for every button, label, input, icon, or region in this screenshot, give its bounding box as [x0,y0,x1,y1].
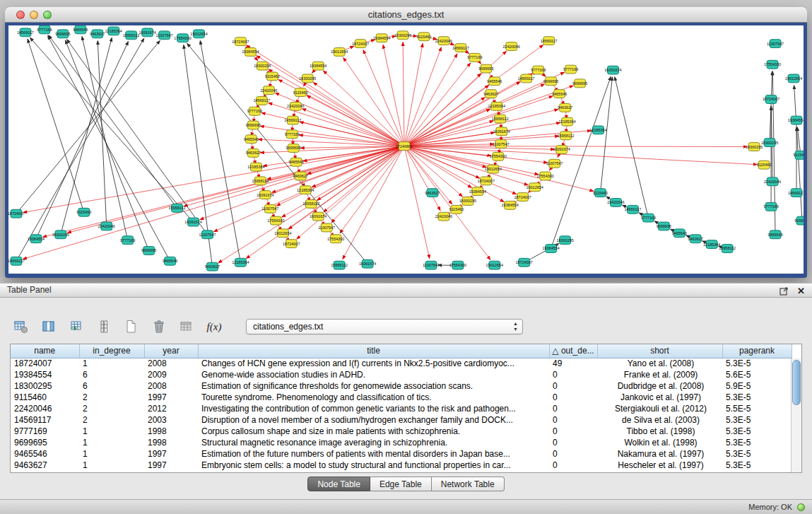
cell-name[interactable]: 9699695 [11,437,79,448]
cell-year[interactable]: 2012 [144,403,198,414]
minimize-button[interactable] [30,11,38,19]
graph-node[interactable]: 14569117 [452,44,469,52]
graph-node[interactable]: 9465546 [244,135,259,144]
graph-node[interactable]: 9463627 [483,90,498,98]
graph-node[interactable]: 9463627 [246,149,261,158]
cell-in_degree[interactable]: 1 [79,460,144,471]
graph-node[interactable]: 11007547 [493,140,510,148]
cell-year[interactable]: 2009 [144,369,198,380]
graph-edge[interactable] [601,77,613,193]
graph-node[interactable]: 9463627 [205,262,220,271]
cell-year[interactable]: 2008 [144,358,198,369]
network-canvas[interactable]: 1724080118724007193845541830029591154602… [8,25,804,274]
graph-node[interactable]: 9465546 [487,77,502,86]
graph-node[interactable]: 18724007 [763,95,779,104]
graph-node[interactable]: 9777169 [531,66,546,74]
graph-node[interactable]: 18300295 [556,236,573,245]
graph-edge[interactable] [257,56,404,146]
graph-edge[interactable] [49,35,177,208]
cell-year[interactable]: 2003 [144,414,198,426]
graph-edge[interactable] [403,42,404,146]
graph-node[interactable]: 19012654 [526,183,543,192]
table-row[interactable]: 977716911998Corpus callosum shape and si… [11,426,792,437]
graph-node[interactable]: 22420046 [435,212,452,221]
graph-node[interactable]: 14569117 [284,116,301,124]
column-header-in_degree[interactable]: in_degree [79,344,144,358]
graph-node[interactable]: 9465546 [73,25,88,34]
graph-node[interactable]: 18300295 [746,143,763,151]
cell-title[interactable]: Genome-wide association studies in ADHD. [198,369,549,380]
hide-columns-icon[interactable] [95,318,112,335]
graph-edge[interactable] [404,96,553,146]
cell-in_degree[interactable]: 2 [79,392,144,403]
graph-node[interactable]: 17554300 [536,172,553,180]
graph-node[interactable]: 15958112 [558,132,575,140]
cell-pagerank[interactable]: 5.6E-5 [722,369,792,380]
graph-node[interactable]: 17554300 [449,261,466,269]
cell-short[interactable]: de Silva et al. (2003) [597,414,722,426]
cell-short[interactable]: Franke et al. (2009) [597,369,722,380]
cell-out_degree[interactable]: 0 [549,426,597,437]
graph-node[interactable]: 9699695 [543,77,558,86]
graph-node[interactable]: 9699695 [657,222,671,230]
cell-pagerank[interactable]: 5.5E-5 [722,403,792,414]
graph-edge[interactable] [404,110,558,146]
cell-year[interactable]: 1997 [144,392,198,403]
graph-node[interactable]: 14569117 [518,74,535,83]
graph-edge[interactable] [66,40,149,250]
graph-node[interactable]: 11007547 [423,261,440,269]
graph-node[interactable]: 11007547 [546,159,563,168]
graph-node[interactable]: 18724007 [283,240,300,248]
graph-node[interactable]: 18300295 [459,197,476,206]
graph-edge[interactable] [247,146,404,259]
graph-node[interactable]: 9115460 [417,33,432,41]
graph-node[interactable]: 19012654 [190,30,207,38]
tab-node-table[interactable]: Node Table [307,477,370,491]
graph-edge[interactable] [404,84,545,146]
graph-node[interactable]: 22420046 [260,86,277,95]
function-builder-icon[interactable]: f(x) [206,318,223,335]
table-row[interactable]: 946362711997Embryonic stem cells: a mode… [11,460,792,471]
cell-pagerank[interactable]: 5.3E-5 [722,392,792,403]
cell-name[interactable]: 9115460 [11,392,79,403]
graph-node[interactable]: 14569117 [541,37,558,45]
graph-node[interactable]: 12185364 [105,27,122,35]
table-row[interactable]: 1830029562008Estimation of significance … [11,380,792,392]
graph-edge[interactable] [404,146,757,165]
graph-edge[interactable] [43,146,404,238]
graph-node[interactable]: 15958112 [331,261,348,269]
graph-edge[interactable] [404,63,471,146]
graph-node[interactable]: 9777169 [37,25,52,34]
cell-name[interactable]: 14569117 [11,414,79,426]
cell-pagerank[interactable]: 5.3E-5 [722,358,792,369]
graph-node[interactable]: 9699695 [246,121,261,129]
graph-node[interactable]: 12185364 [488,102,505,110]
tab-network-table[interactable]: Network Table [432,477,505,491]
cell-name[interactable]: 9465546 [11,448,79,460]
graph-node[interactable]: 19384554 [242,48,259,57]
import-table-icon[interactable] [68,318,85,335]
graph-edge[interactable] [300,146,404,148]
cell-short[interactable]: Tibbo et al. (1998) [597,426,722,437]
float-panel-icon[interactable] [779,286,789,296]
graph-edge[interactable] [404,74,532,146]
graph-node[interactable]: 19012654 [274,229,291,238]
graph-node[interactable]: 15958112 [719,245,736,253]
graph-node[interactable]: 19012654 [486,261,503,269]
table-row[interactable]: 1872400712008Changes of HCN gene express… [11,358,792,369]
graph-node[interactable]: 12185364 [589,126,606,134]
cell-title[interactable]: Tourette syndrome. Phenomenology and cla… [198,392,549,403]
graph-node[interactable]: 9777169 [467,53,482,62]
graph-node[interactable]: 22420046 [287,102,304,110]
graph-node[interactable]: 14569117 [253,97,270,105]
table-row[interactable]: 969969511998Structural magnetic resonanc… [11,437,792,448]
cell-out_degree[interactable]: 0 [549,414,597,426]
table-row[interactable]: 946554611997Estimation of the future num… [11,448,792,460]
cell-short[interactable]: Jankovic et al. (1997) [597,392,722,403]
cell-in_degree[interactable]: 6 [79,369,144,380]
cell-out_degree[interactable]: 0 [549,437,597,448]
graph-edge[interactable] [615,77,649,218]
graph-node[interactable]: 17554300 [764,60,781,69]
graph-edge[interactable] [404,146,747,147]
graph-node[interactable]: 15958112 [169,204,186,212]
